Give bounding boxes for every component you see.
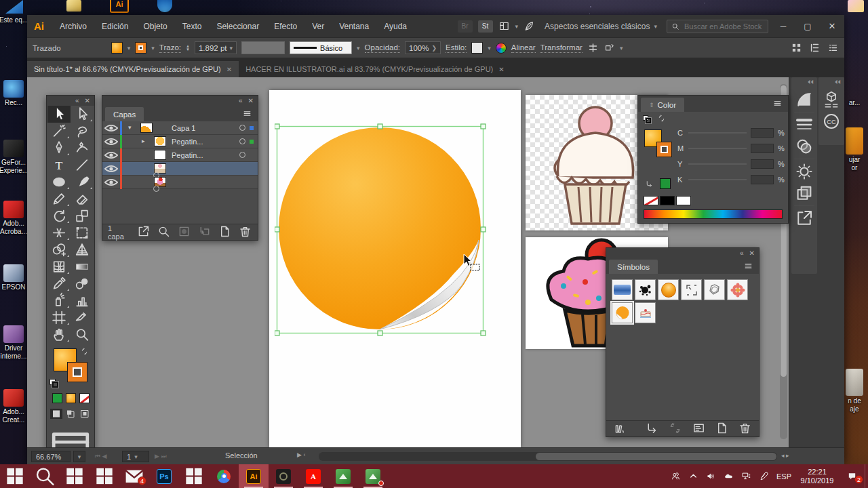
graphic-style-swatch[interactable]	[471, 42, 483, 54]
channel-value-input[interactable]	[751, 175, 774, 184]
close-panel-icon[interactable]: ✕	[749, 249, 755, 257]
search-input[interactable]	[683, 22, 763, 31]
grid-options-icon[interactable]	[791, 42, 802, 54]
export-panel-icon[interactable]	[793, 208, 816, 228]
width-tool[interactable]	[47, 224, 71, 241]
taskbar-microsoft-store-icon[interactable]	[179, 464, 209, 488]
color-button-green[interactable]	[52, 393, 62, 403]
zoom-tool[interactable]	[71, 326, 94, 343]
symbol-ribbon-blue[interactable]	[612, 279, 633, 300]
gamut-color-swatch[interactable]	[660, 178, 671, 189]
channel-slider[interactable]	[688, 148, 747, 149]
close-panel-icon[interactable]: ✕	[248, 97, 254, 104]
menu-ver[interactable]: Ver	[304, 22, 332, 31]
zoom-chevron[interactable]: ▾	[73, 451, 85, 462]
symbol-flower[interactable]	[727, 279, 748, 300]
mesh-tool[interactable]	[47, 258, 71, 275]
slice-tool[interactable]	[71, 309, 94, 326]
selection-tool[interactable]	[47, 106, 71, 123]
new-layer-icon[interactable]	[218, 224, 232, 240]
menu-texto[interactable]: Texto	[175, 22, 210, 31]
symbol-gray-swirl[interactable]	[704, 279, 725, 300]
menu-ayuda[interactable]: Ayuda	[376, 22, 414, 31]
graph-tool[interactable]	[71, 292, 94, 309]
perspective-grid-tool[interactable]	[71, 241, 94, 258]
menu-archivo[interactable]: Archivo	[52, 22, 94, 31]
taskbar-acrobat-icon[interactable]: A	[298, 464, 328, 488]
artboard-number-select[interactable]: 1▾	[122, 451, 149, 462]
close-tab-icon[interactable]: ✕	[226, 66, 232, 73]
selected-artwork-sticker[interactable]	[275, 123, 486, 336]
symbol-ink-splat[interactable]	[635, 279, 656, 300]
curvature-tool[interactable]	[71, 140, 94, 157]
horizontal-scrollbar[interactable]	[319, 452, 777, 461]
blend-tool[interactable]	[71, 275, 94, 292]
desktop-top-icon-3[interactable]	[157, 0, 172, 12]
network-icon[interactable]	[737, 464, 755, 488]
taskbar-photos-green-2-icon[interactable]	[358, 464, 388, 488]
target-circle-icon[interactable]	[239, 152, 245, 158]
bridge-button[interactable]: Br	[458, 20, 473, 33]
taskbar-file-explorer-icon[interactable]	[90, 464, 119, 488]
symbol-corner-marks[interactable]	[681, 279, 702, 300]
color-spectrum-bar[interactable]	[644, 209, 783, 219]
delete-layer-icon[interactable]	[238, 224, 252, 240]
scale-tool[interactable]	[71, 207, 94, 224]
magic-wand-tool[interactable]	[47, 123, 71, 140]
people-icon[interactable]	[667, 464, 684, 488]
taskbar-camera-app-icon[interactable]	[269, 464, 298, 488]
chevron-down-icon[interactable]: ▾	[488, 45, 491, 52]
hand-tool[interactable]	[47, 326, 71, 343]
chevron-down-icon[interactable]: ▾	[620, 45, 623, 52]
stroke-color-swatch[interactable]	[135, 42, 146, 54]
eyedropper-tool[interactable]	[47, 275, 71, 292]
paintbrush-tool[interactable]	[71, 174, 94, 190]
collapse-panel-icon[interactable]: «	[75, 97, 79, 104]
line-segment-tool[interactable]	[71, 157, 94, 174]
menu-seleccionar[interactable]: Seleccionar	[209, 22, 267, 31]
pencil-tool[interactable]	[47, 190, 71, 207]
list-options-icon[interactable]	[827, 42, 839, 54]
taskbar-search-icon[interactable]	[30, 464, 60, 488]
brush-definition-dropdown[interactable]: Básico	[290, 41, 352, 54]
stroke-weight-value[interactable]: 1.892 pt▾	[195, 41, 237, 54]
taskbar-photoshop-icon[interactable]: Ps	[149, 464, 179, 488]
delete-symbol-icon[interactable]	[738, 421, 752, 436]
type-tool[interactable]: T	[47, 157, 71, 174]
layer-thumbnail[interactable]	[154, 136, 166, 146]
onedrive-icon[interactable]	[719, 464, 737, 488]
pen-tool[interactable]	[47, 140, 71, 157]
panel-menu-icon[interactable]	[743, 262, 753, 270]
opacity-value[interactable]: 100%❯	[405, 41, 441, 54]
draw-mode-inside[interactable]	[79, 409, 91, 419]
default-fill-stroke-icon[interactable]	[643, 115, 651, 123]
artboard-tool[interactable]	[47, 309, 71, 326]
draw-mode-normal[interactable]	[50, 409, 62, 419]
graphic-styles-panel-icon[interactable]	[793, 183, 816, 203]
direct-selection-tool[interactable]	[71, 106, 94, 123]
place-symbol-icon[interactable]	[645, 421, 659, 436]
desktop-top-icon-1[interactable]	[5, 0, 23, 14]
recolor-artwork-icon[interactable]	[496, 43, 507, 54]
collapse-dock-icon[interactable]: ⏴⏴	[791, 77, 817, 88]
rotate-tool[interactable]	[47, 207, 71, 224]
color-button-gradient[interactable]	[66, 393, 76, 403]
notification-center-icon[interactable]: 2	[839, 464, 865, 488]
tab-color[interactable]: ⇕ Color	[641, 98, 684, 112]
tray-chevron-icon[interactable]	[684, 464, 702, 488]
minimize-button[interactable]: ─	[774, 19, 793, 34]
white-swatch[interactable]	[676, 196, 691, 205]
maximize-button[interactable]: ▢	[798, 19, 817, 34]
isolate-object-icon[interactable]	[604, 42, 615, 54]
document-tab-2[interactable]: HACER EN ILLUSTRATOR.ai al 83.79% (CMYK/…	[239, 61, 511, 77]
align-label[interactable]: Alinear	[511, 43, 536, 53]
out-of-gamut-icon[interactable]	[645, 180, 654, 188]
workspace-switcher-icon[interactable]	[498, 20, 510, 32]
channel-value-input[interactable]	[751, 128, 774, 138]
taskbar-start-icon[interactable]	[0, 464, 30, 488]
swap-fill-stroke-icon[interactable]	[80, 347, 89, 356]
panel-menu-icon[interactable]	[772, 99, 783, 108]
collapse-dock-icon[interactable]: ⏴⏴	[818, 77, 844, 88]
layer-name[interactable]: Pegatin...	[172, 151, 203, 159]
chevron-down-icon[interactable]: ▾	[357, 45, 360, 52]
